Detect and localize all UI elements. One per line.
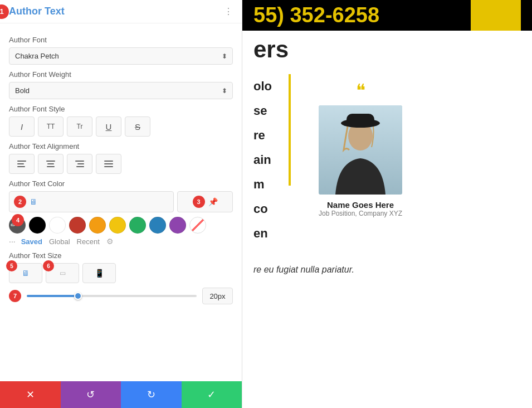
cancel-button[interactable]: ✕ — [0, 381, 61, 408]
mobile-icon: 📱 — [95, 269, 104, 278]
yellow-swatch[interactable] — [109, 217, 126, 234]
preview-text-block: olo se re ain m co en — [253, 74, 272, 246]
author-font-wrapper: Chakra Petch Arial Helvetica Georgia — [9, 47, 233, 65]
alignment-buttons — [9, 154, 233, 174]
slider-track[interactable] — [27, 295, 197, 297]
tablet-size-btn[interactable]: 6 ▭ — [46, 263, 79, 283]
author-text-size-label: Author Text Size — [9, 251, 233, 260]
partial-heading: ers — [242, 31, 532, 63]
save-button[interactable]: ✓ — [182, 381, 242, 408]
no-color-swatch[interactable] — [189, 217, 206, 234]
desktop-icon: 🖥 — [22, 269, 30, 278]
color-tabs-row: ··· Saved Global Recent ⚙ — [9, 237, 233, 246]
tab-global[interactable]: Global — [49, 237, 70, 246]
align-center-btn[interactable] — [38, 154, 64, 174]
panel-title: Author Text — [9, 6, 65, 17]
separator-bar — [289, 74, 291, 186]
right-content-row: olo se re ain m co en ❝ — [242, 63, 532, 257]
redo-button[interactable]: ↻ — [121, 381, 182, 408]
swatch-row: ✏ 4 — [9, 217, 233, 234]
orange-swatch[interactable] — [89, 217, 106, 234]
preview-panel: 55) 352-6258 ers olo se re ain m co en ❝ — [242, 0, 532, 408]
svg-rect-4 — [47, 163, 54, 164]
text-line-6: co — [253, 197, 272, 221]
svg-rect-5 — [47, 166, 55, 167]
person-svg — [319, 105, 402, 195]
badge-4: 4 — [12, 214, 24, 226]
purple-swatch[interactable] — [169, 217, 186, 234]
monitor-icon: 🖥 — [30, 197, 37, 206]
tablet-icon: ▭ — [60, 269, 66, 277]
phone-number: 55) 352-6258 — [253, 3, 379, 27]
author-text-panel: 1 Author Text ⋮ Author Font Chakra Petch… — [0, 0, 242, 408]
color-settings-icon[interactable]: ⚙ — [106, 237, 114, 246]
yellow-accent-box — [471, 0, 521, 31]
color-input-right[interactable]: 3 📌 — [177, 191, 233, 212]
underline-btn[interactable]: U — [96, 116, 121, 137]
svg-rect-11 — [104, 166, 113, 167]
undo-button[interactable]: ↺ — [61, 381, 121, 408]
author-text-color-label: Author Text Color — [9, 179, 233, 188]
slider-row: 7 20px — [9, 288, 233, 304]
svg-rect-10 — [104, 163, 113, 164]
text-line-7: en — [253, 221, 272, 246]
svg-rect-9 — [104, 161, 113, 162]
testimonial-name: Name Goes Here — [327, 200, 394, 210]
author-font-weight-select[interactable]: Thin Light Regular Bold Black — [9, 82, 233, 99]
step-badge-1: 1 — [0, 4, 9, 19]
svg-rect-8 — [76, 166, 84, 167]
badge-5: 5 — [6, 260, 17, 271]
panel-menu-icon[interactable]: ⋮ — [224, 6, 233, 17]
align-left-btn[interactable] — [9, 154, 35, 174]
blue-swatch[interactable] — [149, 217, 166, 234]
color-input-left[interactable]: 2 🖥 — [9, 191, 174, 212]
author-font-weight-label: Author Font Weight — [9, 70, 233, 79]
red-swatch[interactable] — [69, 217, 86, 234]
svg-rect-2 — [17, 166, 25, 167]
text-line-2: se — [253, 99, 272, 123]
left-text-col: olo se re ain m co en — [253, 74, 272, 246]
phone-number-bar: 55) 352-6258 — [242, 0, 532, 31]
text-line-1: olo — [253, 74, 272, 99]
align-justify-btn[interactable] — [96, 154, 121, 174]
slider-thumb[interactable] — [74, 292, 82, 300]
svg-rect-0 — [17, 161, 26, 162]
badge-2: 2 — [14, 196, 26, 208]
white-swatch[interactable] — [49, 217, 66, 234]
testimonial-card: ❝ — [308, 74, 413, 246]
tab-recent[interactable]: Recent — [77, 237, 100, 246]
tab-saved[interactable]: Saved — [21, 237, 42, 246]
text-line-4: ain — [253, 148, 272, 172]
badge-6: 6 — [43, 260, 54, 271]
bottom-toolbar: ✕ ↺ ↻ ✓ — [0, 381, 242, 408]
author-font-select[interactable]: Chakra Petch Arial Helvetica Georgia — [9, 47, 233, 65]
edit-swatch-btn[interactable]: ✏ 4 — [9, 217, 26, 234]
capitalize-btn[interactable]: Tr — [67, 116, 92, 137]
desktop-size-btn[interactable]: 5 🖥 — [9, 263, 42, 283]
black-swatch[interactable] — [29, 217, 46, 234]
panel-content: Author Font Chakra Petch Arial Helvetica… — [0, 23, 242, 381]
bottom-text: re eu fugiat nulla pariatur. — [253, 265, 354, 274]
text-line-5: m — [253, 172, 272, 197]
quote-icon: ❝ — [356, 80, 365, 101]
svg-rect-3 — [46, 161, 55, 162]
italic-btn[interactable]: I — [9, 116, 35, 137]
author-font-label: Author Font — [9, 36, 233, 44]
svg-rect-6 — [75, 161, 84, 162]
color-input-row: 2 🖥 3 📌 — [9, 191, 233, 212]
strikethrough-btn[interactable]: S — [125, 116, 150, 137]
testimonial-position: Job Position, Company XYZ — [319, 210, 402, 217]
mobile-size-btn[interactable]: 📱 — [82, 263, 116, 283]
slider-value: 20px — [202, 288, 233, 304]
align-right-btn[interactable] — [67, 154, 92, 174]
uppercase-btn[interactable]: TT — [38, 116, 64, 137]
dots-more[interactable]: ··· — [9, 237, 16, 246]
svg-rect-16 — [346, 114, 374, 125]
pin-icon: 📌 — [208, 197, 218, 206]
font-style-buttons: I TT Tr U S — [9, 116, 233, 137]
badge-7: 7 — [9, 290, 21, 302]
size-device-row: 5 🖥 6 ▭ 📱 — [9, 263, 233, 283]
green-swatch[interactable] — [129, 217, 146, 234]
author-font-style-label: Author Font Style — [9, 105, 233, 113]
author-text-alignment-label: Author Text Alignment — [9, 142, 233, 150]
